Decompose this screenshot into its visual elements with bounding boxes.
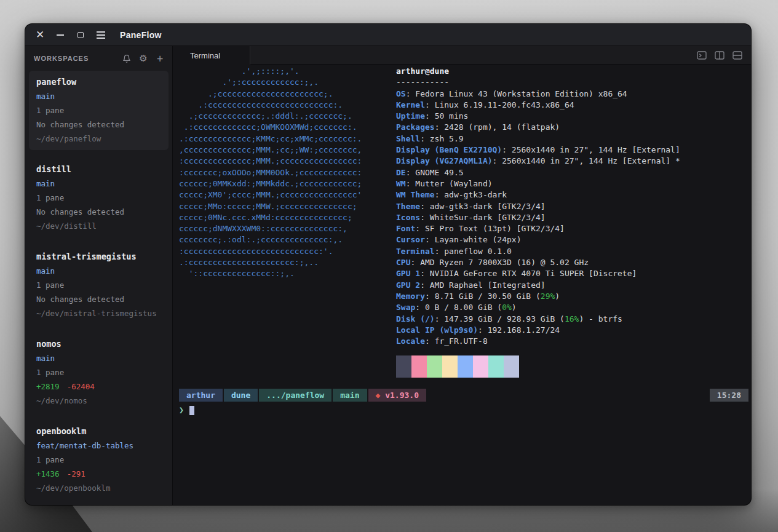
palette-swatch xyxy=(411,367,427,378)
gear-icon[interactable]: ⚙ xyxy=(138,54,148,63)
diff-removed: -291 xyxy=(67,469,85,478)
workspace-pane-count: 1 pane xyxy=(36,105,164,116)
workspace-branch: main xyxy=(36,91,164,101)
fetch-entry: Icons: WhiteSur-dark [GTK2/3/4] xyxy=(396,212,748,223)
workspace-branch: main xyxy=(36,353,164,363)
fetch-entry: Cursor: Layan-white (24px) xyxy=(396,234,748,245)
workspace-branch: feat/mentat-db-tables xyxy=(36,440,164,451)
workspace-status: No changes detected xyxy=(36,294,164,304)
terminal-pane[interactable]: .',;::::;,'. .';:cccccccccccc:;,. .;cccc… xyxy=(173,65,751,505)
fetch-entry: Display (BenQ EX2710Q): 2560x1440 in 27"… xyxy=(396,145,748,156)
workspace-item[interactable]: nomos main 1 pane +2819-62404 ~/dev/nomo… xyxy=(29,333,169,412)
workspace-status: No changes detected xyxy=(36,207,164,217)
add-workspace-button[interactable]: + xyxy=(155,54,165,63)
workspace-branch: main xyxy=(36,178,164,189)
prompt-line: ❯ xyxy=(179,405,748,416)
workspace-path: ~/dev/nomos xyxy=(36,395,164,406)
workspace-item[interactable]: paneflow main 1 pane No changes detected… xyxy=(29,71,169,150)
split-horizontal-icon[interactable] xyxy=(732,51,742,60)
ascii-art: .',;::::;,'. .';:cccccccccccc:;,. .;cccc… xyxy=(179,66,396,378)
status-segments: arthurdune.../paneflowmain◆ v1.93.0 xyxy=(179,389,427,402)
color-palette xyxy=(396,355,748,378)
workspace-status: No changes detected xyxy=(36,119,164,130)
fetch-entry: Shell: zsh 5.9 xyxy=(396,133,748,145)
workspace-diff: +2819-62404 xyxy=(36,381,164,392)
tab-label: Terminal xyxy=(190,51,220,60)
workspace-name: mistral-trismegistus xyxy=(36,252,164,262)
fetch-entry: WM: Mutter (Wayland) xyxy=(396,178,748,189)
plus-icon: + xyxy=(157,54,163,63)
close-icon: ✕ xyxy=(36,30,44,40)
palette-swatch xyxy=(411,355,427,367)
diff-added: +2819 xyxy=(36,382,60,391)
workspace-pane-count: 1 pane xyxy=(36,193,164,203)
workspace-item[interactable]: mistral-trismegistus main 1 pane No chan… xyxy=(29,245,169,325)
workspace-pane-count: 1 pane xyxy=(36,280,164,290)
bell-icon[interactable] xyxy=(122,54,132,63)
palette-swatch xyxy=(458,367,473,378)
status-segment: ◆ v1.93.0 xyxy=(368,389,426,402)
status-bar: arthurdune.../paneflowmain◆ v1.93.0 15:2… xyxy=(179,389,748,402)
fetch-entry: GPU 2: AMD Raphael [Integrated] xyxy=(396,280,748,291)
prompt-symbol: ❯ xyxy=(179,405,184,416)
split-vertical-icon[interactable] xyxy=(715,51,724,60)
sidebar-actions: ⚙ + xyxy=(122,54,165,63)
tabbar: Terminal xyxy=(173,46,751,65)
fetch-entry: Disk (/): 147.39 GiB / 928.93 GiB (16%) … xyxy=(396,314,748,325)
version-icon: ◆ xyxy=(376,390,386,401)
palette-swatch xyxy=(473,367,488,378)
close-button[interactable]: ✕ xyxy=(35,30,45,40)
workspace-item[interactable]: openbooklm feat/mentat-db-tables 1 pane … xyxy=(29,420,169,499)
workspace-pane-count: 1 pane xyxy=(36,455,164,465)
status-segment: arthur xyxy=(179,389,223,402)
workspace-name: paneflow xyxy=(36,77,164,87)
workspace-branch: main xyxy=(36,266,164,276)
menu-button[interactable] xyxy=(96,30,106,40)
fetch-title: arthur@dune xyxy=(396,66,748,77)
palette-swatch xyxy=(473,355,488,367)
fetch-entry: Swap: 0 B / 8.00 GiB (0%) xyxy=(396,302,748,313)
workspaces-title: WORKSPACES xyxy=(34,55,89,62)
palette-swatch xyxy=(396,367,411,378)
status-segment: .../paneflow xyxy=(259,389,331,402)
workspace-path: ~/dev/mistral-trismegistus xyxy=(36,308,164,319)
fetch-entries: OS: Fedora Linux 43 (Workstation Edition… xyxy=(396,89,748,347)
palette-swatch xyxy=(396,355,411,367)
palette-swatch xyxy=(442,355,458,367)
fetch-entry: OS: Fedora Linux 43 (Workstation Edition… xyxy=(396,89,748,100)
fetch-entry: Memory: 8.71 GiB / 30.50 GiB (29%) xyxy=(396,291,748,302)
minimize-button[interactable] xyxy=(55,30,65,40)
diff-removed: -62404 xyxy=(67,382,95,391)
fetch-entry: Packages: 2428 (rpm), 14 (flatpak) xyxy=(396,122,748,133)
status-segment: main xyxy=(333,389,367,402)
status-segment: dune xyxy=(224,389,258,402)
fetch-separator: ----------- xyxy=(396,77,748,88)
workspace-name: openbooklm xyxy=(36,426,164,437)
palette-swatch xyxy=(504,355,519,367)
palette-swatch xyxy=(488,367,504,378)
workspace-diff: +1436-291 xyxy=(36,469,164,479)
terminal-cursor xyxy=(189,406,194,415)
palette-swatch xyxy=(488,355,504,367)
fetch-entry: Locale: fr_FR.UTF-8 xyxy=(396,336,748,347)
fetch-entry: Kernel: Linux 6.19.11-200.fc43.x86_64 xyxy=(396,100,748,111)
workspace-path: ~/dev/openbooklm xyxy=(36,483,164,493)
maximize-button[interactable] xyxy=(76,30,85,40)
fetch-info: arthur@dune ----------- OS: Fedora Linux… xyxy=(396,66,748,378)
fetch-entry: Uptime: 50 mins xyxy=(396,111,748,122)
fetch-entry: Font: SF Pro Text (13pt) [GTK2/3/4] xyxy=(396,223,748,234)
desktop-background: ✕ PaneFlow WORKSPACES ⚙ + xyxy=(0,0,778,532)
diff-added: +1436 xyxy=(36,469,60,478)
tab-terminal[interactable]: Terminal xyxy=(173,46,250,65)
fetch-entry: Terminal: paneflow 0.1.0 xyxy=(396,246,748,257)
fetch-entry: Theme: adw-gtk3-dark [GTK2/3/4] xyxy=(396,201,748,212)
workspace-item[interactable]: distill main 1 pane No changes detected … xyxy=(29,158,169,237)
console-icon[interactable] xyxy=(697,51,707,60)
hamburger-menu-icon xyxy=(97,31,105,39)
titlebar: ✕ PaneFlow xyxy=(25,24,751,46)
tabbar-actions xyxy=(697,46,751,64)
fetch-entry: WM Theme: adw-gtk3-dark xyxy=(396,189,748,200)
palette-swatch xyxy=(427,355,442,367)
minimize-icon xyxy=(57,34,64,36)
fetch-entry: Display (VG27AQML1A): 2560x1440 in 27", … xyxy=(396,156,748,167)
